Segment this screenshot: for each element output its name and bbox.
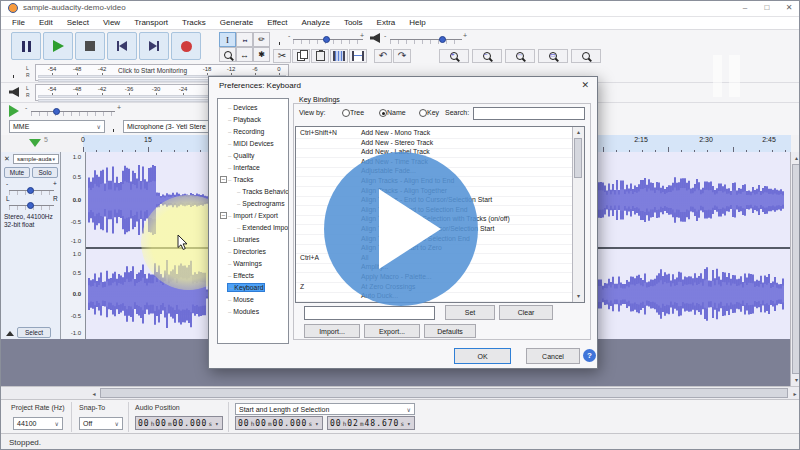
bindings-scroll-up-icon[interactable]: ▴ (574, 128, 583, 135)
cancel-button[interactable]: Cancel (526, 348, 580, 364)
zoom-tool-button[interactable] (219, 47, 236, 62)
binding-row[interactable]: Add New - Stereo Track (296, 139, 572, 149)
bindings-scrollbar[interactable]: ▴ ▾ (572, 127, 584, 302)
dialog-close-icon[interactable]: ✕ (581, 80, 589, 90)
mute-button[interactable]: Mute (4, 167, 30, 178)
zoom-selection-button[interactable]: ↔ (505, 49, 535, 63)
menu-edit[interactable]: Edit (32, 17, 60, 29)
redo-button[interactable]: ↷ (393, 49, 411, 63)
trim-audio-button[interactable] (330, 49, 348, 63)
playback-volume-slider[interactable] (390, 39, 462, 44)
menu-select[interactable]: Select (60, 17, 96, 29)
scroll-up-icon[interactable]: ▴ (792, 154, 800, 161)
menu-file[interactable]: File (5, 17, 32, 29)
copy-button[interactable] (292, 49, 310, 63)
timeshift-tool-button[interactable]: ↔ (236, 47, 253, 62)
zoom-toggle-button[interactable] (571, 49, 601, 63)
radio-label-key[interactable]: Key (427, 109, 439, 116)
stop-button[interactable] (75, 32, 105, 60)
pan-thumb[interactable] (27, 202, 34, 209)
record-button[interactable] (171, 32, 201, 60)
pause-button[interactable] (11, 32, 41, 60)
track-select-button[interactable]: Select (17, 327, 51, 338)
selection-mode-combo[interactable]: Start and Length of Selection∨ (235, 403, 415, 415)
snap-to-combo[interactable]: Off∨ (79, 417, 123, 430)
playback-volume-thumb[interactable] (439, 36, 446, 43)
set-button[interactable]: Set (445, 305, 495, 320)
gain-thumb[interactable] (27, 187, 34, 194)
defaults-button[interactable]: Defaults (424, 324, 476, 338)
draw-tool-button[interactable]: ✏ (253, 32, 270, 47)
track-name-menu[interactable]: sample-auda▾ (13, 154, 59, 164)
scroll-left-icon[interactable]: ◂ (89, 390, 99, 397)
monitoring-message[interactable]: Click to Start Monitoring (118, 67, 187, 74)
selection-length-field[interactable]: 00h02m48.670s▾ (327, 416, 415, 430)
vertical-scroll-thumb[interactable] (792, 164, 800, 374)
tree-item-mouse[interactable]: Mouse (228, 296, 254, 303)
radio-name[interactable] (379, 109, 387, 117)
play-at-speed-icon[interactable] (9, 105, 19, 117)
menu-view[interactable]: View (96, 17, 127, 29)
tree-item-import-export[interactable]: Import / Export (228, 212, 278, 219)
selection-tool-button[interactable]: I (219, 32, 236, 47)
play-speed-slider[interactable] (31, 111, 115, 116)
silence-audio-button[interactable] (349, 49, 367, 63)
close-button[interactable]: ✕ (780, 2, 798, 14)
menu-help[interactable]: Help (402, 17, 432, 29)
track-close-icon[interactable]: ✕ (4, 155, 10, 163)
collapse-track-icon[interactable] (6, 331, 14, 336)
zoom-out-button[interactable]: − (472, 49, 502, 63)
menu-tools[interactable]: Tools (337, 17, 370, 29)
search-input[interactable] (473, 107, 585, 120)
audio-host-combo[interactable]: MME∨ (9, 120, 105, 133)
tree-item-devices[interactable]: Devices (228, 104, 258, 111)
vertical-scrollbar[interactable]: ▴ ▾ (790, 152, 800, 386)
tree-item-warnings[interactable]: Warnings (228, 260, 262, 267)
menu-effect[interactable]: Effect (260, 17, 294, 29)
help-button[interactable]: ? (583, 349, 596, 362)
recording-volume-thumb[interactable] (323, 36, 330, 43)
hotkey-input[interactable] (304, 306, 435, 320)
play-button[interactable] (43, 32, 73, 60)
video-play-overlay[interactable] (324, 152, 478, 306)
menu-extra[interactable]: Extra (370, 17, 403, 29)
menu-tracks[interactable]: Tracks (175, 17, 213, 29)
menu-analyze[interactable]: Analyze (294, 17, 336, 29)
zoom-in-button[interactable]: + (439, 49, 469, 63)
tree-expander-icon[interactable]: – (220, 212, 227, 219)
tree-item-libraries[interactable]: Libraries (228, 236, 259, 243)
play-speed-thumb[interactable] (53, 108, 60, 115)
zoom-fit-button[interactable]: ▭ (538, 49, 568, 63)
menu-transport[interactable]: Transport (127, 17, 175, 29)
tree-item-modules[interactable]: Modules (228, 308, 259, 315)
audio-position-field[interactable]: 00h00m00.000s▾ (135, 416, 223, 430)
paste-button[interactable] (311, 49, 329, 63)
vertical-scale-ruler[interactable]: 1.00.50.0-0.5-1.01.00.50.0-0.5-1.0 (61, 152, 86, 339)
import-button[interactable]: Import... (304, 324, 360, 338)
scroll-down-icon[interactable]: ▾ (792, 376, 800, 383)
project-rate-combo[interactable]: 44100∨ (13, 417, 63, 430)
radio-label-tree[interactable]: Tree (350, 109, 364, 116)
export-button[interactable]: Export... (364, 324, 420, 338)
radio-key[interactable] (419, 109, 427, 117)
clear-button[interactable]: Clear (499, 305, 553, 320)
skip-to-start-button[interactable] (107, 32, 137, 60)
binding-row[interactable]: Add New - Label Track (296, 148, 572, 158)
tree-item-tracks-behaviors[interactable]: Tracks Behaviors (237, 188, 289, 195)
tree-item-interface[interactable]: Interface (228, 164, 260, 171)
radio-tree[interactable] (342, 109, 350, 117)
solo-button[interactable]: Solo (32, 167, 58, 178)
multi-tool-button[interactable]: ✱ (253, 47, 270, 62)
tree-expander-icon[interactable]: – (220, 176, 227, 183)
maximize-button[interactable]: □ (758, 2, 776, 14)
envelope-tool-button[interactable]: ▸◂ (236, 32, 253, 47)
tree-item-tracks[interactable]: Tracks (228, 176, 253, 183)
tree-item-effects[interactable]: Effects (228, 272, 254, 279)
tree-item-recording[interactable]: Recording (228, 128, 264, 135)
undo-button[interactable]: ↶ (374, 49, 392, 63)
tree-item-playback[interactable]: Playback (228, 116, 261, 123)
skip-to-end-button[interactable] (139, 32, 169, 60)
minimize-button[interactable]: – (736, 2, 754, 14)
cut-button[interactable]: ✂ (273, 49, 291, 63)
bindings-scroll-down-icon[interactable]: ▾ (574, 292, 583, 299)
